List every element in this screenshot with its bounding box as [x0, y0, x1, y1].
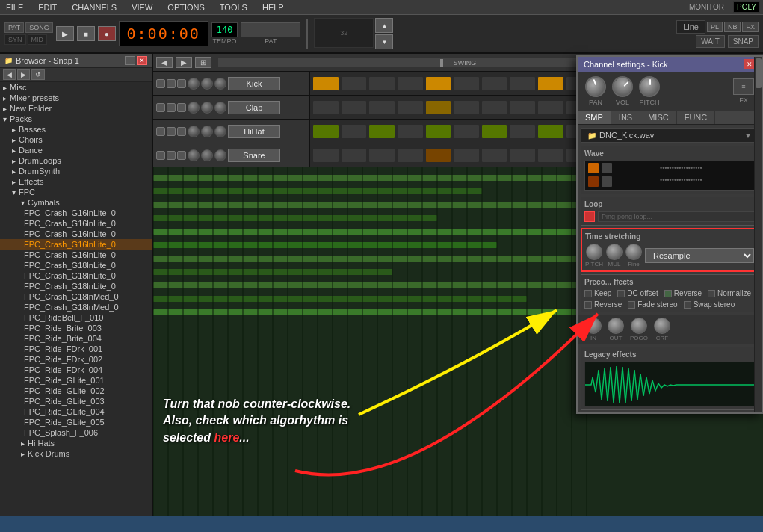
- channel-small-btn[interactable]: [177, 79, 186, 88]
- seq-nav-fwd[interactable]: ▶: [176, 57, 192, 68]
- channel-small-btn[interactable]: [177, 127, 186, 136]
- step-cell[interactable]: [509, 100, 536, 115]
- step-cell[interactable]: [397, 148, 424, 163]
- browser-tree-item[interactable]: ▸DrumLoops: [0, 155, 152, 166]
- step-cell[interactable]: [509, 148, 536, 163]
- cs-tab-ins[interactable]: INS: [611, 111, 640, 124]
- seq-nav-other[interactable]: ⊞: [195, 57, 211, 68]
- step-cell[interactable]: [453, 124, 480, 139]
- step-cell[interactable]: [341, 124, 368, 139]
- channel-knob[interactable]: [214, 102, 226, 114]
- browser-tree-item[interactable]: ▸Misc: [0, 82, 152, 93]
- menu-edit[interactable]: EDIT: [35, 1, 60, 13]
- browser-tree-item[interactable]: FPC_Ride_FDrk_001: [0, 344, 152, 354]
- channel-knob[interactable]: [201, 126, 213, 137]
- channel-name[interactable]: Clap: [228, 101, 280, 114]
- browser-nav-back[interactable]: ◀: [3, 69, 16, 80]
- cs-scrollbar-thumb[interactable]: [756, 58, 762, 88]
- channel-knob[interactable]: [188, 78, 200, 90]
- channel-knob[interactable]: [201, 102, 213, 114]
- browser-tree-item[interactable]: ▸Kick Drums: [0, 448, 152, 459]
- browser-close[interactable]: ✕: [137, 56, 147, 65]
- syn-btn[interactable]: SYN: [4, 34, 26, 45]
- step-cell[interactable]: [481, 148, 508, 163]
- play-button[interactable]: ▶: [56, 26, 74, 41]
- step-cell[interactable]: [453, 148, 480, 163]
- step-cell[interactable]: [537, 148, 564, 163]
- cs-tab-func[interactable]: FUNC: [677, 111, 716, 124]
- cs-tab-smp[interactable]: SMP: [578, 111, 611, 124]
- song-btn[interactable]: SONG: [25, 22, 53, 33]
- browser-refresh[interactable]: ↺: [31, 69, 45, 80]
- browser-tree-item[interactable]: FPC_Crash_G16lnLite_0: [0, 218, 152, 229]
- step-cell[interactable]: [425, 124, 452, 139]
- cs-pan-knob[interactable]: [582, 73, 609, 100]
- channel-knob[interactable]: [214, 126, 226, 137]
- browser-tree-item[interactable]: FPC_Ride_FDrk_004: [0, 365, 152, 375]
- step-cell[interactable]: [341, 100, 368, 115]
- browser-tree-item[interactable]: FPC_Crash_G16lnLite_0: [0, 250, 152, 260]
- snap-label[interactable]: SNAP: [728, 35, 759, 48]
- cs-crf-knob[interactable]: [654, 318, 670, 334]
- browser-tree-item[interactable]: ▸Basses: [0, 124, 152, 134]
- cs-fine-ts-knob[interactable]: [625, 244, 642, 260]
- cs-vol-knob[interactable]: [608, 72, 637, 102]
- channel-name[interactable]: HiHat: [228, 125, 280, 138]
- cs-cb-keep[interactable]: Keep: [584, 289, 611, 297]
- browser-tree-item[interactable]: ▾Packs: [0, 114, 152, 124]
- channel-knob[interactable]: [214, 149, 226, 161]
- browser-tree-item[interactable]: ▸Hi Hats: [0, 438, 152, 448]
- step-cell[interactable]: [368, 148, 395, 163]
- step-cell[interactable]: [397, 124, 424, 139]
- channel-small-btn[interactable]: [177, 103, 186, 112]
- channel-small-btn[interactable]: [156, 103, 165, 112]
- menu-tools[interactable]: TOOLS: [217, 1, 250, 13]
- browser-tree-item[interactable]: FPC_Crash_G18lnLite_0: [0, 270, 152, 281]
- channel-knob[interactable]: [214, 78, 226, 90]
- step-cell[interactable]: [368, 100, 395, 115]
- cs-cb-reverse1[interactable]: Reverse: [664, 289, 702, 297]
- cs-cb-reverse2[interactable]: Reverse: [584, 300, 622, 309]
- nb-btn[interactable]: NB: [724, 22, 741, 32]
- step-cell[interactable]: [397, 76, 424, 91]
- browser-tree-item[interactable]: ▸Mixer presets: [0, 93, 152, 103]
- cs-cb-normalize[interactable]: Normalize: [708, 289, 751, 297]
- cs-out-knob[interactable]: [608, 318, 624, 334]
- channel-small-btn[interactable]: [177, 151, 186, 160]
- cs-in-knob[interactable]: [585, 318, 602, 334]
- channel-knob[interactable]: [188, 102, 200, 114]
- channel-small-btn[interactable]: [167, 127, 176, 136]
- browser-tree-item[interactable]: FPC_Ride_GLite_003: [0, 396, 152, 406]
- mid-btn[interactable]: MID: [28, 34, 48, 45]
- browser-tree-item[interactable]: FPC_Ride_Brite_004: [0, 333, 152, 344]
- cs-tab-misc[interactable]: MISC: [640, 111, 677, 124]
- cs-pitch-ts-knob[interactable]: [586, 244, 602, 260]
- seq-nav-back[interactable]: ◀: [156, 57, 173, 68]
- browser-tree-item[interactable]: FPC_RideBell_F_010: [0, 312, 152, 323]
- browser-tree-item[interactable]: FPC_Ride_GLite_001: [0, 375, 152, 386]
- browser-tree-item[interactable]: FPC_Crash_G18lnLite_0: [0, 281, 152, 291]
- channel-small-btn[interactable]: [156, 151, 165, 160]
- browser-tree-item[interactable]: FPC_Ride_Brite_003: [0, 323, 152, 333]
- browser-tree-item[interactable]: FPC_Ride_GLite_005: [0, 417, 152, 427]
- stop-button[interactable]: ■: [77, 26, 95, 41]
- cs-pitch-knob[interactable]: [639, 76, 660, 97]
- cs-pogo-knob[interactable]: [631, 318, 647, 334]
- step-cell[interactable]: [509, 76, 536, 91]
- pattern-down[interactable]: ▼: [375, 34, 393, 49]
- step-cell[interactable]: [481, 76, 508, 91]
- step-cell[interactable]: [537, 124, 564, 139]
- browser-tree-item[interactable]: FPC_Crash_G16lnLite_0: [0, 239, 152, 250]
- browser-tree-item[interactable]: FPC_Crash_G18lnMed_0: [0, 302, 152, 312]
- record-button[interactable]: ●: [98, 26, 116, 41]
- cs-fx-display[interactable]: ≡: [733, 78, 754, 95]
- browser-nav-fwd[interactable]: ▶: [17, 69, 30, 80]
- channel-small-btn[interactable]: [156, 79, 165, 88]
- channel-knob[interactable]: [188, 149, 200, 161]
- step-cell[interactable]: [341, 148, 368, 163]
- cs-cb-dcoffset[interactable]: DC offset: [617, 289, 658, 297]
- browser-tree-item[interactable]: ▸Choirs: [0, 134, 152, 145]
- browser-tree-item[interactable]: FPC_Crash_G16lnLite_0: [0, 229, 152, 239]
- channel-small-btn[interactable]: [167, 151, 176, 160]
- step-cell[interactable]: [341, 76, 368, 91]
